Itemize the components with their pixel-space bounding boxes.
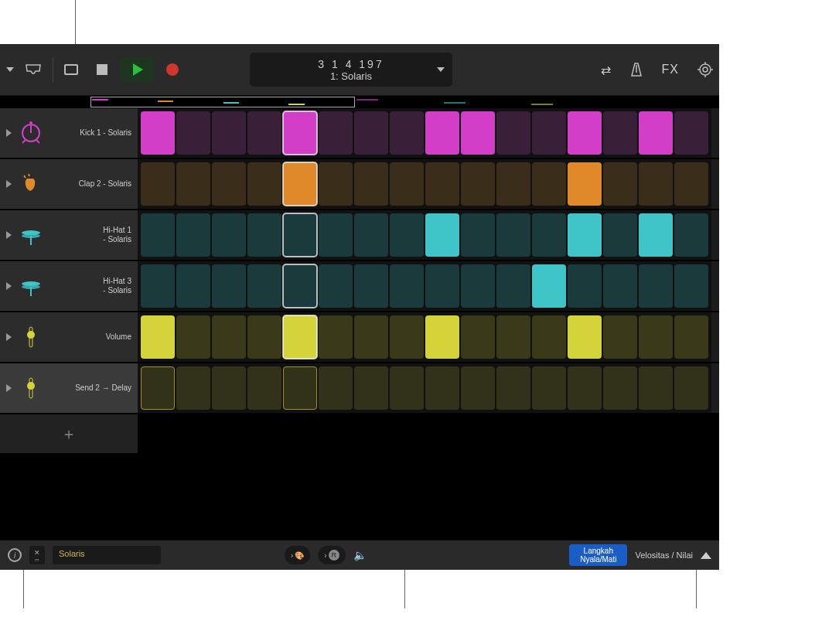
step-cell[interactable] [674,366,708,410]
step-cell[interactable] [283,264,317,308]
step-cell[interactable] [425,315,459,359]
step-cell[interactable] [496,264,530,308]
pattern-overview[interactable] [0,96,719,108]
step-cell[interactable] [603,162,637,206]
step-cell[interactable] [425,111,459,155]
step-cell[interactable] [425,264,459,308]
step-cell[interactable] [247,111,281,155]
step-cell[interactable] [247,162,281,206]
step-cell[interactable] [247,315,281,359]
cycle-button[interactable]: ⇄ [601,63,611,77]
step-cell[interactable] [283,213,317,257]
track-header[interactable]: Hi-Hat 1- Solaris [0,210,138,260]
step-cell[interactable] [568,213,602,257]
step-cell[interactable] [532,366,566,410]
track-play-button[interactable] [6,231,12,239]
step-cell[interactable] [674,213,708,257]
step-cell[interactable] [639,213,673,257]
step-cell[interactable] [390,111,424,155]
sound-name-field[interactable]: Solaris [53,546,161,564]
step-cell[interactable] [568,264,602,308]
step-cell[interactable] [603,111,637,155]
step-cell[interactable] [247,213,281,257]
step-cell[interactable] [176,111,210,155]
step-cell[interactable] [141,315,175,359]
step-cell[interactable] [319,264,353,308]
step-cell[interactable] [674,111,708,155]
fx-button[interactable]: FX [662,63,679,77]
record-button[interactable] [166,63,179,76]
track-play-button[interactable] [6,384,12,392]
step-cell[interactable] [141,264,175,308]
step-cell[interactable] [461,162,495,206]
step-cell[interactable] [639,162,673,206]
step-cell[interactable] [141,213,175,257]
step-cell[interactable] [319,315,353,359]
step-cell[interactable] [283,315,317,359]
step-cell[interactable] [212,366,246,410]
view-button[interactable] [64,64,78,75]
preview-button[interactable]: 🔈 [353,549,367,561]
step-cell[interactable] [212,162,246,206]
step-cell[interactable] [532,213,566,257]
step-cell[interactable] [568,315,602,359]
step-cell[interactable] [141,366,175,410]
step-cell[interactable] [603,366,637,410]
track-header[interactable]: Kick 1 - Solaris [0,108,138,158]
library-dropdown[interactable] [6,67,14,72]
step-cell[interactable] [176,162,210,206]
step-cell[interactable] [319,213,353,257]
track-play-button[interactable] [6,333,12,341]
step-cell[interactable] [390,264,424,308]
step-cell[interactable] [496,162,530,206]
step-cell[interactable] [603,264,637,308]
step-cell[interactable] [283,111,317,155]
step-cell[interactable] [603,315,637,359]
delete-button[interactable]: ✕▭ [29,546,45,564]
step-cell[interactable] [425,213,459,257]
step-cell[interactable] [247,366,281,410]
step-cell[interactable] [354,264,388,308]
step-cell[interactable] [461,264,495,308]
step-cell[interactable] [283,366,317,410]
step-cell[interactable] [354,366,388,410]
step-cell[interactable] [461,213,495,257]
inbox-button[interactable] [25,63,42,76]
track-header[interactable]: Clap 2 - Solaris [0,159,138,209]
step-cell[interactable] [390,162,424,206]
step-cell[interactable] [212,264,246,308]
step-cell[interactable] [496,213,530,257]
step-cell[interactable] [354,111,388,155]
step-cell[interactable] [461,111,495,155]
step-cell[interactable] [319,366,353,410]
step-cell[interactable] [496,366,530,410]
step-cell[interactable] [603,213,637,257]
step-cell[interactable] [461,366,495,410]
step-cell[interactable] [568,366,602,410]
info-button[interactable]: i [8,548,22,562]
step-cell[interactable] [532,111,566,155]
step-cell[interactable] [639,264,673,308]
step-cell[interactable] [674,264,708,308]
track-play-button[interactable] [6,129,12,137]
step-cell[interactable] [568,111,602,155]
step-cell[interactable] [354,162,388,206]
step-cell[interactable] [354,213,388,257]
step-cell[interactable] [176,264,210,308]
step-cell[interactable] [390,366,424,410]
step-cell[interactable] [639,366,673,410]
step-cell[interactable] [674,162,708,206]
track-play-button[interactable] [6,282,12,290]
step-cell[interactable] [532,315,566,359]
step-cell[interactable] [390,213,424,257]
step-cell[interactable] [639,315,673,359]
step-cell[interactable] [674,315,708,359]
lcd-display[interactable]: 3 1 4 197 1: Solaris [250,53,452,87]
step-cell[interactable] [319,162,353,206]
step-cell[interactable] [532,162,566,206]
step-cell[interactable] [568,162,602,206]
repeat-mode-button[interactable]: ›R [318,546,345,564]
step-cell[interactable] [425,162,459,206]
track-header[interactable]: Volume [0,312,138,362]
step-cell[interactable] [176,315,210,359]
